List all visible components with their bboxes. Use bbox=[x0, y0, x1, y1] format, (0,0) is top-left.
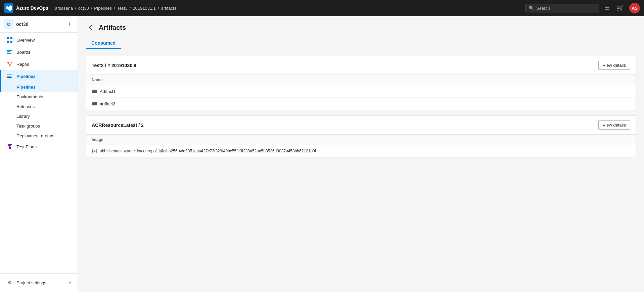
view-details-button-1[interactable]: View details bbox=[598, 61, 630, 70]
card-1-col-header: Name bbox=[86, 75, 636, 85]
avatar[interactable]: AS bbox=[629, 3, 640, 13]
sidebar-subitem-taskgroups[interactable]: Task groups bbox=[0, 121, 78, 131]
svg-rect-4 bbox=[7, 50, 12, 51]
svg-line-11 bbox=[10, 63, 11, 65]
artifact-name: Artifact1 bbox=[100, 89, 116, 94]
sidebar-item-overview-label: Overview bbox=[16, 38, 35, 43]
artifact-name: abhisheaacr.azurecr.io/conrepo11@sha256:… bbox=[100, 149, 316, 153]
tabs: Consumed bbox=[86, 38, 636, 49]
card-1-body: Name Artifact1 artifact2 bbox=[86, 75, 636, 110]
svg-point-8 bbox=[11, 62, 12, 63]
sidebar-item-repos[interactable]: Repos bbox=[0, 58, 78, 70]
svg-rect-2 bbox=[7, 41, 9, 43]
view-details-button-2[interactable]: View details bbox=[598, 120, 630, 130]
sidebar-subitem-library[interactable]: Library bbox=[0, 111, 78, 121]
testplans-icon bbox=[6, 143, 13, 150]
artifact-folder-icon bbox=[92, 89, 97, 94]
svg-rect-12 bbox=[9, 147, 11, 149]
sidebar-footer: ⚙ Project settings « bbox=[0, 273, 78, 292]
breadcrumb-pipelines[interactable]: Pipelines bbox=[94, 6, 112, 11]
sidebar-nav: Overview Boards Repos Pipe bbox=[0, 33, 78, 273]
sidebar-subitem-deploymentgroups[interactable]: Deployment groups bbox=[0, 131, 78, 141]
sidebar-subitem-releases[interactable]: Releases bbox=[0, 102, 78, 111]
sidebar-item-settings[interactable]: ⚙ Project settings « bbox=[0, 276, 78, 289]
sidebar-item-repos-label: Repos bbox=[16, 62, 29, 67]
search-icon: 🔍 bbox=[529, 6, 534, 11]
artifact-image-icon bbox=[92, 148, 97, 154]
breadcrumb: arsasana / oct30 / Pipelines / Test3 / 2… bbox=[55, 6, 176, 11]
card-1-header: Test2 / # 20191030.8 View details bbox=[86, 56, 636, 75]
sidebar-item-testplans[interactable]: Test Plans bbox=[0, 141, 78, 153]
breadcrumb-artifacts: artifacts bbox=[161, 6, 177, 11]
main-layout: O oct30 + Overview Boards bbox=[0, 16, 644, 292]
repos-icon bbox=[6, 61, 13, 67]
pipelines-icon bbox=[6, 73, 13, 80]
sidebar-item-pipelines[interactable]: Pipelines bbox=[0, 70, 78, 82]
svg-point-16 bbox=[93, 150, 94, 150]
sidebar-subitem-environments-label: Environments bbox=[16, 94, 43, 99]
breadcrumb-test3[interactable]: Test3 bbox=[117, 6, 128, 11]
sidebar-item-overview[interactable]: Overview bbox=[0, 34, 78, 46]
tab-consumed[interactable]: Consumed bbox=[86, 38, 121, 49]
breadcrumb-arsasana[interactable]: arsasana bbox=[55, 6, 73, 11]
sidebar-item-boards-label: Boards bbox=[16, 50, 30, 55]
cart-icon[interactable]: 🛒 bbox=[615, 3, 625, 13]
search-placeholder: Search bbox=[536, 6, 550, 11]
sidebar-item-pipelines-label: Pipelines bbox=[16, 74, 36, 79]
svg-rect-1 bbox=[10, 37, 12, 39]
artifact-row: Artifact1 bbox=[86, 85, 636, 98]
page-title: Artifacts bbox=[99, 24, 126, 32]
page-header: Artifacts bbox=[86, 23, 636, 32]
breadcrumb-oct30[interactable]: oct30 bbox=[78, 6, 89, 11]
topbar-right: 🔍 Search ☰ 🛒 AS bbox=[525, 3, 640, 13]
project-icon: O bbox=[4, 19, 13, 29]
search-box[interactable]: 🔍 Search bbox=[525, 4, 599, 12]
logo-icon bbox=[4, 3, 13, 13]
sidebar-subitem-library-label: Library bbox=[16, 114, 30, 119]
svg-line-10 bbox=[8, 63, 10, 65]
artifact-row: artifact2 bbox=[86, 98, 636, 110]
add-project-button[interactable]: + bbox=[65, 20, 74, 28]
overview-icon bbox=[6, 37, 13, 43]
collapse-button[interactable]: « bbox=[67, 279, 72, 287]
sidebar-subitem-releases-label: Releases bbox=[16, 104, 35, 109]
sidebar-subitem-pipelines-label: Pipelines bbox=[16, 85, 36, 90]
breadcrumb-build-id[interactable]: 20191031.1 bbox=[133, 6, 156, 11]
artifact-card-2: ACRResourceLatest / 2 View details Image… bbox=[86, 115, 636, 157]
svg-rect-0 bbox=[7, 37, 9, 39]
sidebar-item-settings-label: Project settings bbox=[16, 280, 46, 285]
list-icon[interactable]: ☰ bbox=[603, 3, 611, 13]
sidebar-header: O oct30 + bbox=[0, 16, 78, 33]
content-area: Artifacts Consumed Test2 / # 20191030.8 … bbox=[78, 16, 644, 292]
sidebar-item-boards[interactable]: Boards bbox=[0, 46, 78, 58]
sidebar-subitem-pipelines[interactable]: Pipelines bbox=[0, 82, 78, 92]
boards-icon bbox=[6, 49, 13, 55]
card-2-header: ACRResourceLatest / 2 View details bbox=[86, 116, 636, 135]
svg-rect-6 bbox=[7, 53, 11, 54]
sidebar-item-testplans-label: Test Plans bbox=[16, 144, 37, 149]
project-name: oct30 bbox=[16, 21, 63, 27]
topbar: Azure DevOps arsasana / oct30 / Pipeline… bbox=[0, 0, 644, 16]
svg-rect-5 bbox=[7, 51, 10, 52]
sidebar-subitem-environments[interactable]: Environments bbox=[0, 92, 78, 102]
sidebar-subitem-taskgroups-label: Task groups bbox=[16, 124, 40, 129]
card-2-body: Image abhisheaacr.azurecr.io/conrepo11@s… bbox=[86, 135, 636, 157]
back-button[interactable] bbox=[86, 23, 95, 32]
artifact-folder-icon bbox=[92, 101, 97, 106]
artifact-card-1: Test2 / # 20191030.8 View details Name A… bbox=[86, 56, 636, 110]
sidebar-subitem-deploymentgroups-label: Deployment groups bbox=[16, 133, 54, 138]
svg-point-7 bbox=[7, 62, 9, 63]
artifact-row: abhisheaacr.azurecr.io/conrepo11@sha256:… bbox=[86, 145, 636, 157]
svg-point-9 bbox=[9, 65, 10, 66]
logo-text: Azure DevOps bbox=[16, 5, 48, 11]
sidebar: O oct30 + Overview Boards bbox=[0, 16, 78, 292]
logo[interactable]: Azure DevOps bbox=[4, 3, 48, 13]
svg-rect-3 bbox=[10, 41, 12, 43]
settings-icon: ⚙ bbox=[6, 280, 13, 286]
card-2-title: ACRResourceLatest / 2 bbox=[92, 123, 144, 128]
artifact-name: artifact2 bbox=[100, 101, 115, 106]
card-1-title: Test2 / # 20191030.8 bbox=[92, 63, 136, 68]
card-2-col-header: Image bbox=[86, 135, 636, 145]
